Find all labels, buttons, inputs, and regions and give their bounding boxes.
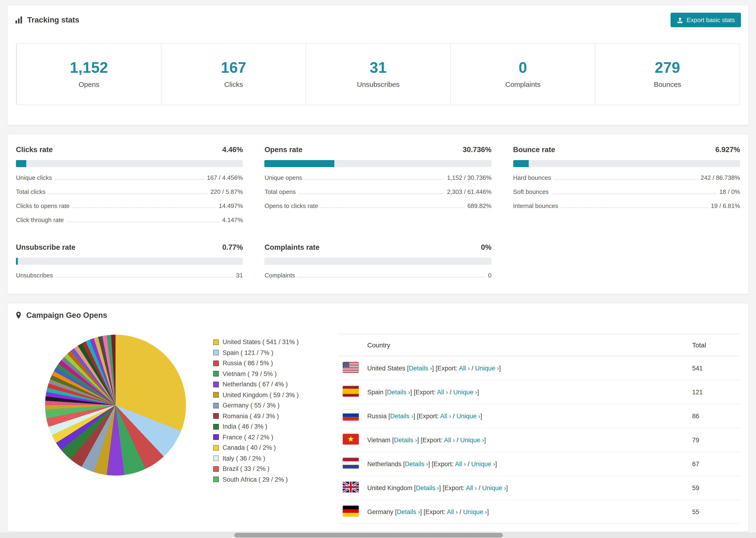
stat-line-value: 19 / 6.81% bbox=[711, 202, 740, 209]
rate-value: 30.736% bbox=[463, 145, 491, 154]
legend-item[interactable]: Romania ( 49 / 3% ) bbox=[213, 412, 298, 419]
geo-table-row: Russia [Details ›] [Export: All › / Uniq… bbox=[338, 404, 740, 428]
legend-item[interactable]: Canada ( 40 / 2% ) bbox=[213, 444, 298, 451]
country-total: 79 bbox=[688, 428, 740, 452]
export-unique-link[interactable]: Unique › bbox=[475, 364, 499, 372]
dotted-leader bbox=[55, 179, 204, 180]
legend-label: Brazil ( 33 / 2% ) bbox=[223, 465, 270, 472]
legend-item[interactable]: Spain ( 121 / 7% ) bbox=[213, 349, 298, 356]
export-unique-link[interactable]: Unique › bbox=[453, 389, 477, 396]
details-link[interactable]: Details › bbox=[409, 364, 432, 372]
legend-item[interactable]: United States ( 541 / 31% ) bbox=[213, 339, 298, 346]
geo-table-row: Netherlands [Details ›] [Export: All › /… bbox=[338, 452, 740, 476]
geo-table-row: United States [Details ›] [Export: All ›… bbox=[338, 356, 740, 380]
country-flag-icon bbox=[343, 362, 359, 373]
country-total: 121 bbox=[688, 380, 740, 404]
legend-label: United Kingdom ( 59 / 3% ) bbox=[223, 391, 298, 398]
export-unique-link[interactable]: Unique › bbox=[471, 460, 495, 467]
details-link[interactable]: Details › bbox=[390, 412, 413, 419]
tracking-stats-card: Tracking stats Export basic stats 1,152 … bbox=[7, 5, 749, 125]
country-flag-icon bbox=[343, 506, 359, 516]
export-unique-link[interactable]: Unique › bbox=[460, 436, 484, 443]
legend-label: France ( 42 / 2% ) bbox=[223, 434, 273, 441]
details-link[interactable]: Details › bbox=[387, 389, 410, 396]
geo-content: United States ( 541 / 31% ) Spain ( 121 … bbox=[15, 326, 741, 524]
legend-item[interactable]: South Africa ( 29 / 2% ) bbox=[213, 476, 298, 483]
legend-swatch bbox=[213, 434, 219, 440]
page: Tracking stats Export basic stats 1,152 … bbox=[0, 0, 756, 538]
rates-grid: Clicks rate 4.46% Unique clicks 167 / 4.… bbox=[15, 142, 741, 286]
export-all-link[interactable]: All › bbox=[437, 389, 448, 396]
unsubscribe-rate-block: Unsubscribe rate 0.77% Unsubscribes 31 bbox=[16, 243, 243, 279]
legend-item[interactable]: Vietnam ( 79 / 5% ) bbox=[213, 370, 298, 377]
legend-item[interactable]: Brazil ( 33 / 2% ) bbox=[213, 465, 298, 472]
legend-item[interactable]: United Kingdom ( 59 / 3% ) bbox=[213, 391, 298, 398]
export-all-link[interactable]: All › bbox=[459, 364, 470, 372]
legend-item[interactable]: Russia ( 86 / 5% ) bbox=[213, 360, 298, 367]
legend-label: Germany ( 55 / 3% ) bbox=[223, 402, 280, 409]
export-all-link[interactable]: All › bbox=[447, 508, 458, 515]
legend-swatch bbox=[213, 445, 219, 451]
legend-swatch bbox=[213, 339, 219, 345]
stat-line: Opens to clicks rate 689.82% bbox=[265, 202, 492, 209]
stat-line: Total clicks 220 / 5.87% bbox=[16, 188, 243, 195]
export-all-link[interactable]: All › bbox=[455, 460, 466, 467]
country-cell: United Kingdom [Details ›] [Export: All … bbox=[363, 476, 688, 500]
country-flag-icon bbox=[343, 434, 359, 445]
export-all-link[interactable]: All › bbox=[466, 484, 477, 491]
export-unique-link[interactable]: Unique › bbox=[482, 484, 506, 491]
geo-table-row: United Kingdom [Details ›] [Export: All … bbox=[338, 476, 740, 500]
map-pin-icon bbox=[15, 311, 22, 319]
stat-label: Unsubscribes bbox=[306, 80, 450, 88]
horizontal-scrollbar-thumb[interactable] bbox=[234, 533, 503, 538]
export-icon bbox=[677, 17, 683, 23]
export-unique-link[interactable]: Unique › bbox=[457, 412, 480, 419]
stat-line-label: Soft bounces bbox=[513, 188, 549, 195]
stat-line-label: Hard bounces bbox=[513, 174, 551, 181]
details-link[interactable]: Details › bbox=[397, 508, 420, 515]
geo-opens-title: Campaign Geo Opens bbox=[26, 311, 107, 320]
stat-line-value: 31 bbox=[236, 272, 243, 279]
stat-line-value: 242 / 86.738% bbox=[701, 174, 740, 181]
export-unique-link[interactable]: Unique › bbox=[463, 508, 487, 515]
stat-line-label: Total opens bbox=[265, 188, 296, 195]
tracking-stats-header: Tracking stats Export basic stats bbox=[15, 13, 741, 27]
country-flag-icon bbox=[343, 458, 359, 468]
clicks-rate-progressbar bbox=[16, 160, 243, 167]
bar-chart-icon bbox=[15, 16, 23, 24]
details-link[interactable]: Details › bbox=[405, 460, 428, 467]
legend-label: United States ( 541 / 31% ) bbox=[223, 339, 298, 346]
stat-line: Total opens 2,303 / 61.446% bbox=[265, 188, 492, 195]
geo-opens-pie-chart[interactable] bbox=[45, 335, 186, 476]
rate-title: Unsubscribe rate bbox=[16, 243, 75, 252]
stat-box: 1,152 Opens bbox=[17, 44, 161, 105]
stat-line-value: 1,152 / 30.736% bbox=[447, 174, 491, 181]
stat-label: Opens bbox=[17, 80, 161, 88]
details-link[interactable]: Details › bbox=[394, 436, 417, 443]
stat-line-label: Clicks to opens rate bbox=[16, 202, 70, 209]
legend-item[interactable]: France ( 42 / 2% ) bbox=[213, 434, 298, 441]
dotted-leader bbox=[305, 179, 444, 180]
export-basic-stats-button[interactable]: Export basic stats bbox=[671, 13, 741, 27]
details-link[interactable]: Details › bbox=[416, 484, 439, 491]
legend-item[interactable]: India ( 46 / 3% ) bbox=[213, 423, 298, 430]
dotted-leader bbox=[48, 193, 207, 194]
legend-item[interactable]: Netherlands ( 67 / 4% ) bbox=[213, 381, 298, 388]
flag-column-header bbox=[338, 334, 363, 356]
rate-value: 6.927% bbox=[715, 145, 740, 154]
stat-line-label: Click through rate bbox=[16, 216, 64, 224]
legend-swatch bbox=[213, 350, 219, 355]
legend-item[interactable]: Germany ( 55 / 3% ) bbox=[213, 402, 298, 409]
country-cell: Russia [Details ›] [Export: All › / Uniq… bbox=[363, 404, 688, 428]
opens-rate-block: Opens rate 30.736% Unique opens 1,152 / … bbox=[265, 145, 492, 224]
total-column-header: Total bbox=[688, 334, 740, 356]
country-total: 541 bbox=[688, 356, 740, 380]
stat-line-value: 2,303 / 61.446% bbox=[447, 188, 491, 195]
legend-item[interactable]: Italy ( 36 / 2% ) bbox=[213, 455, 298, 462]
export-all-link[interactable]: All › bbox=[440, 412, 451, 419]
rates-card: Clicks rate 4.46% Unique clicks 167 / 4.… bbox=[7, 134, 749, 295]
export-all-link[interactable]: All › bbox=[444, 436, 455, 443]
country-flag-icon bbox=[343, 410, 359, 421]
stat-line-value: 220 / 5.87% bbox=[210, 188, 243, 195]
unsubscribe-rate-progress-fill bbox=[16, 258, 18, 265]
